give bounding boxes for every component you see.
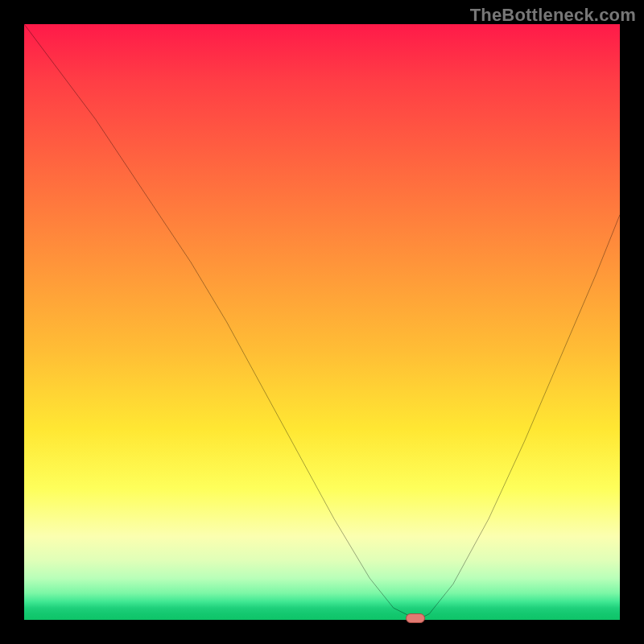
bottleneck-curve [24, 24, 620, 620]
optimal-point-marker [406, 613, 425, 623]
y-axis-border [17, 24, 24, 620]
chart-frame: TheBottleneck.com [0, 0, 644, 644]
watermark-text: TheBottleneck.com [470, 5, 636, 26]
x-axis-border [24, 620, 620, 627]
plot-area [24, 24, 620, 620]
curve-path [24, 24, 620, 620]
